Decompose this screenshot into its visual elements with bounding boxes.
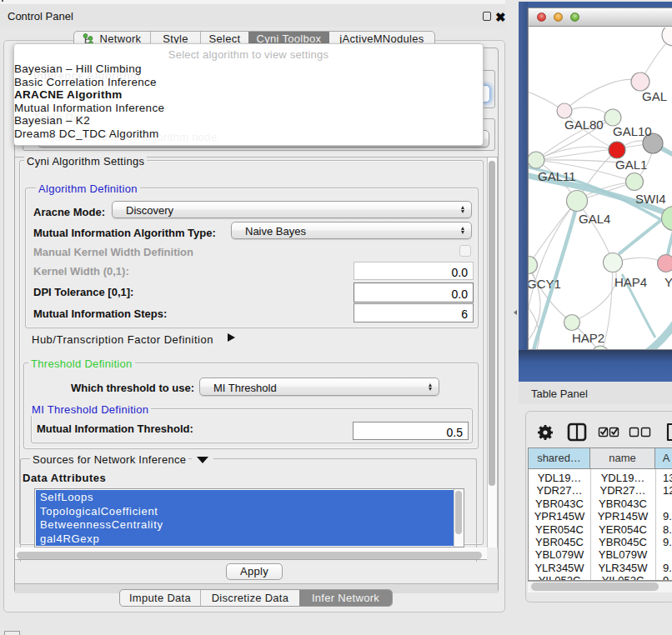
svg-text:GAL1: GAL1 xyxy=(615,158,647,172)
svg-text:GAL4: GAL4 xyxy=(579,212,610,226)
svg-text:GAL: GAL xyxy=(642,89,667,103)
svg-text:Y: Y xyxy=(664,275,672,289)
svg-text:HAP4: HAP4 xyxy=(614,275,647,289)
svg-text:SWI4: SWI4 xyxy=(635,192,666,206)
svg-text:GAL80: GAL80 xyxy=(564,118,604,132)
svg-text:GAL11: GAL11 xyxy=(538,169,576,183)
svg-text:GCY1: GCY1 xyxy=(529,277,561,291)
svg-text:HAP2: HAP2 xyxy=(572,331,604,345)
svg-text:GAL10: GAL10 xyxy=(613,124,652,138)
